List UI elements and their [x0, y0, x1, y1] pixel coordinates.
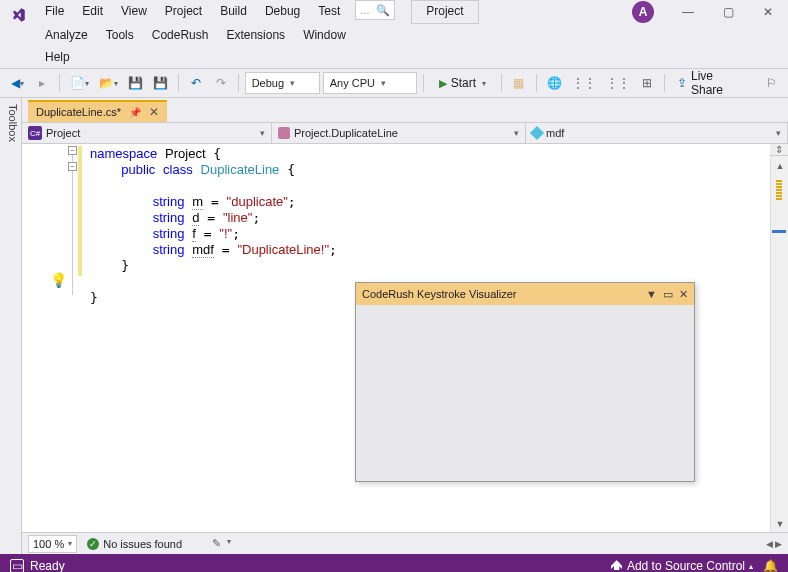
platform-combo[interactable]: Any CPU▾ [323, 72, 417, 94]
search-placeholder: ... [360, 4, 369, 16]
tab-title: DuplicateLine.cs* [36, 106, 121, 118]
kv-title-text: CodeRush Keystroke Visualizer [362, 288, 516, 300]
document-tab-duplicateline[interactable]: DuplicateLine.cs* 📌 ✕ [28, 100, 167, 122]
toolbar-cr-globe[interactable]: 🌐 [543, 72, 565, 94]
plus-icon: 🢁 [611, 559, 623, 572]
issue-nav[interactable]: ✎▾ [212, 537, 231, 550]
status-bar: ▭ Ready 🢁 Add to Source Control ▴ 🔔 [0, 554, 788, 572]
menu-row-1: File Edit View Project Build Debug Test … [36, 0, 788, 24]
toolbar-cr-2[interactable]: ⋮⋮ [602, 72, 633, 94]
menu-view[interactable]: View [112, 0, 156, 24]
feedback-button[interactable]: ⚐ [760, 72, 782, 94]
config-combo[interactable]: Debug▾ [245, 72, 320, 94]
quick-launch-search[interactable]: ... 🔍 [355, 0, 395, 20]
menu-row-2: Analyze Tools CodeRush Extensions Window [36, 24, 788, 46]
menu-extensions[interactable]: Extensions [217, 24, 294, 46]
menu-file[interactable]: File [36, 0, 73, 24]
change-indicator [78, 146, 82, 276]
editor-margin: − − 💡 [22, 144, 86, 532]
save-button[interactable]: 💾 [124, 72, 146, 94]
nav-scope-combo[interactable]: C# Project▾ [22, 123, 272, 143]
toolbar-cr-3[interactable]: ⊞ [636, 72, 658, 94]
kv-maximize-icon[interactable]: ▭ [663, 288, 673, 301]
redo-button[interactable]: ↷ [210, 72, 232, 94]
maximize-button[interactable]: ▢ [710, 0, 746, 24]
menu-project[interactable]: Project [156, 0, 211, 24]
close-window-button[interactable]: ✕ [750, 0, 786, 24]
ready-icon: ▭ [10, 559, 24, 572]
notifications-icon[interactable]: 🔔 [763, 559, 778, 572]
menu-row-3: Help [36, 46, 788, 68]
status-ready: Ready [30, 559, 65, 572]
open-file-button[interactable]: 📂▾ [95, 72, 121, 94]
menu-window[interactable]: Window [294, 24, 355, 46]
split-handle-icon[interactable]: ⇕ [770, 144, 788, 156]
lightbulb-icon[interactable]: 💡 [50, 272, 67, 288]
toolbar-btn-a[interactable]: ▦ [508, 72, 530, 94]
vertical-scrollbar[interactable]: ⇕ ▲ ▼ [770, 144, 788, 532]
share-icon: ⇪ [677, 76, 687, 90]
class-icon [278, 127, 290, 139]
scroll-up-icon[interactable]: ▲ [771, 158, 788, 174]
menu-help[interactable]: Help [36, 46, 79, 68]
outline-collapse-class[interactable]: − [68, 162, 77, 171]
user-avatar[interactable]: A [632, 1, 654, 23]
vs-logo-icon [2, 6, 34, 24]
live-share-button[interactable]: ⇪Live Share [671, 69, 751, 97]
close-tab-icon[interactable]: ✕ [149, 105, 159, 119]
nav-fwd-button[interactable]: ▸ [31, 72, 53, 94]
toolbar-cr-1[interactable]: ⋮⋮ [568, 72, 599, 94]
menu-tools[interactable]: Tools [97, 24, 143, 46]
menu-coderush[interactable]: CodeRush [143, 24, 218, 46]
kv-body [356, 305, 694, 481]
navigation-bar: C# Project▾ Project.DuplicateLine▾ mdf▾ [22, 122, 788, 144]
caret-indicator [772, 230, 786, 233]
kv-dropdown-icon[interactable]: ▼ [646, 288, 657, 301]
save-all-button[interactable]: 💾 [149, 72, 171, 94]
toolbox-tab[interactable]: Toolbox [0, 98, 22, 554]
solution-selector-button[interactable]: Project [411, 0, 478, 24]
kv-titlebar[interactable]: CodeRush Keystroke Visualizer ▼ ▭ ✕ [356, 283, 694, 305]
nav-back-button[interactable]: ◀▾ [6, 72, 28, 94]
new-project-button[interactable]: 📄▾ [66, 72, 92, 94]
menu-debug[interactable]: Debug [256, 0, 309, 24]
field-icon [530, 126, 544, 140]
start-debug-button[interactable]: ▶Start▾ [430, 72, 495, 94]
play-icon: ▶ [439, 77, 447, 90]
kv-close-icon[interactable]: ✕ [679, 288, 688, 301]
menu-test[interactable]: Test [309, 0, 349, 24]
scroll-left-icon[interactable]: ◀ [766, 539, 773, 549]
nav-type-combo[interactable]: Project.DuplicateLine▾ [272, 123, 526, 143]
editor-status-strip: 100 %▾ ✓ No issues found ✎▾ ◀ ▶ [22, 532, 788, 554]
scroll-down-icon[interactable]: ▼ [771, 516, 788, 532]
keystroke-visualizer-window[interactable]: CodeRush Keystroke Visualizer ▼ ▭ ✕ [355, 282, 695, 482]
nav-member-combo[interactable]: mdf▾ [526, 123, 788, 143]
scrollbar-marks [776, 180, 782, 201]
undo-button[interactable]: ↶ [185, 72, 207, 94]
menu-build[interactable]: Build [211, 0, 256, 24]
add-source-control-button[interactable]: 🢁 Add to Source Control ▴ [611, 559, 753, 572]
csharp-project-icon: C# [28, 126, 42, 140]
zoom-combo[interactable]: 100 %▾ [28, 535, 77, 553]
document-tab-strip: DuplicateLine.cs* 📌 ✕ [22, 98, 788, 122]
outline-collapse-ns[interactable]: − [68, 146, 77, 155]
search-icon: 🔍 [376, 4, 390, 17]
main-toolbar: ◀▾ ▸ 📄▾ 📂▾ 💾 💾 ↶ ↷ Debug▾ Any CPU▾ ▶Star… [0, 68, 788, 98]
minimize-button[interactable]: — [670, 0, 706, 24]
issues-indicator[interactable]: ✓ No issues found [87, 538, 182, 550]
ok-check-icon: ✓ [87, 538, 99, 550]
pin-icon[interactable]: 📌 [129, 107, 141, 118]
scroll-right-icon[interactable]: ▶ [775, 539, 782, 549]
menu-edit[interactable]: Edit [73, 0, 112, 24]
menu-analyze[interactable]: Analyze [36, 24, 97, 46]
